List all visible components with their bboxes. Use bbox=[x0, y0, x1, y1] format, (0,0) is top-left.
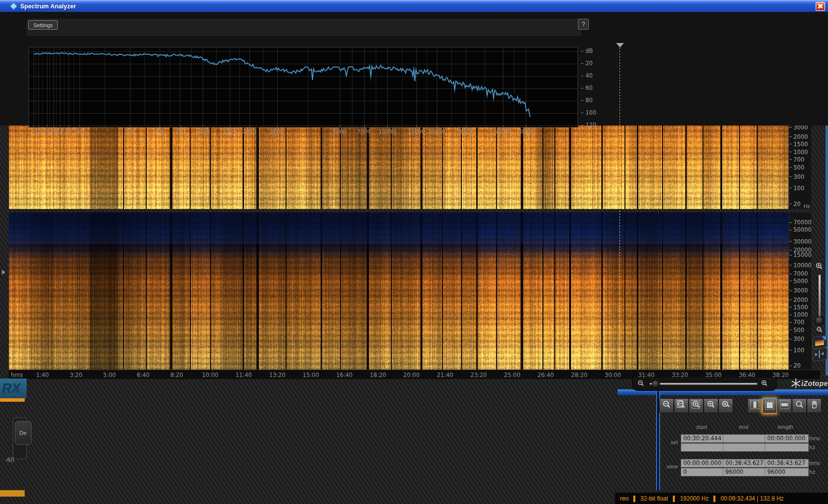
select-time-button[interactable] bbox=[747, 398, 762, 413]
frequency-tick: 1000 bbox=[789, 311, 808, 318]
frequency-tick: 30000 bbox=[789, 238, 812, 245]
sel-end-hms-field[interactable] bbox=[723, 434, 767, 443]
view-end-hz-field[interactable]: 96000 bbox=[723, 468, 767, 476]
column-header-start: start bbox=[696, 424, 707, 430]
status-separator bbox=[713, 496, 715, 502]
zoom-tool-button[interactable] bbox=[792, 398, 807, 413]
spectrum-analyzer-frequency-axis: 5102030507010030050070010001500200030005… bbox=[29, 127, 578, 135]
sa-frequency-tick: 20000 bbox=[428, 128, 445, 135]
frequency-unit-label: Hz bbox=[804, 203, 810, 209]
spectrum-analyzer-body: Settings ? dB20406080100120 510203050701… bbox=[0, 12, 828, 126]
time-tick: 25:00 bbox=[504, 372, 520, 378]
horizontal-zoom-knob[interactable] bbox=[652, 380, 660, 388]
sa-frequency-tick: 1000 bbox=[196, 128, 209, 135]
time-tick: 26:40 bbox=[538, 372, 554, 378]
db-tick: 120 bbox=[581, 122, 596, 128]
spectrum-analyzer-settings-button[interactable]: Settings bbox=[28, 20, 58, 30]
view-length-hms-field[interactable]: 00:38:43.627 bbox=[765, 459, 809, 467]
playhead-line[interactable] bbox=[620, 47, 620, 371]
sa-frequency-tick: 5000 bbox=[332, 128, 346, 135]
sel-start-hms-field[interactable]: 00:30:20.444 bbox=[681, 434, 725, 443]
sel-start-hz-field[interactable] bbox=[681, 443, 725, 452]
view-length-hz-field[interactable]: 96000 bbox=[765, 468, 809, 476]
sel-length-hz-field[interactable] bbox=[765, 443, 809, 452]
spectrum-analyzer-titlebar[interactable]: Spectrum Analyzer bbox=[0, 0, 828, 12]
spectrogram-channel-2[interactable] bbox=[9, 212, 788, 371]
spectrum-analyzer-close-button[interactable] bbox=[816, 2, 825, 11]
denoise-button-fragment[interactable]: De bbox=[15, 421, 32, 445]
frequency-tick: 20 bbox=[789, 201, 801, 208]
horizontal-zoom-slider[interactable] bbox=[632, 378, 777, 391]
rx-logo-accent-bar bbox=[0, 398, 25, 402]
level-label: -60 bbox=[5, 457, 14, 463]
view-start-hms-field[interactable]: 00:00:00.000 bbox=[681, 459, 725, 467]
db-tick: 40 bbox=[581, 72, 593, 79]
time-tick: 18:20 bbox=[370, 372, 386, 378]
zoom-selection-button[interactable] bbox=[689, 398, 704, 413]
status-segment: reo bbox=[620, 495, 628, 502]
time-tick: 13:20 bbox=[269, 372, 286, 378]
zoom-out-page-button[interactable] bbox=[674, 398, 689, 413]
zoom-in-alt-icon bbox=[721, 400, 731, 412]
view-start-hz-field[interactable]: 0 bbox=[681, 468, 725, 476]
view-end-hms-field[interactable]: 00:38:43.627 bbox=[723, 459, 767, 467]
fit-width-icon bbox=[813, 348, 826, 360]
sel-length-hms-field[interactable]: 00:00:00.000 bbox=[765, 434, 809, 443]
select-frequency-button[interactable] bbox=[777, 398, 792, 413]
select-time-icon bbox=[750, 400, 760, 412]
frequency-tick: 10000 bbox=[789, 262, 812, 269]
frequency-tick: 700 bbox=[789, 156, 804, 163]
vertical-zoom-track[interactable] bbox=[819, 275, 821, 320]
status-separator bbox=[673, 496, 675, 502]
frequency-tick: 100 bbox=[789, 347, 804, 354]
select-time-frequency-button[interactable] bbox=[762, 398, 777, 414]
spectrum-analyzer-toolbar bbox=[26, 18, 582, 37]
frequency-tick: 20 bbox=[789, 362, 801, 369]
sa-frequency-tick: 10000 bbox=[378, 128, 396, 135]
time-tick: 20:00 bbox=[403, 372, 419, 378]
spectrum-analyzer-plot[interactable] bbox=[29, 47, 578, 127]
waveform-display-button[interactable] bbox=[813, 347, 827, 362]
frequency-tick: 15000 bbox=[789, 252, 812, 258]
column-header-length: length bbox=[778, 424, 793, 430]
zoom-in-time-icon[interactable] bbox=[760, 379, 768, 389]
sa-frequency-tick: 2000 bbox=[242, 128, 256, 135]
spectrum-analyzer-title: Spectrum Analyzer bbox=[20, 3, 76, 10]
hand-tool-icon bbox=[809, 400, 819, 412]
sel-end-hz-field[interactable] bbox=[723, 443, 767, 452]
zoom-in-button[interactable] bbox=[704, 398, 718, 413]
frequency-tick: 300 bbox=[789, 336, 804, 342]
horizontal-zoom-track[interactable] bbox=[650, 383, 757, 385]
select-time-frequency-icon bbox=[765, 400, 775, 412]
frequency-tick: 700 bbox=[789, 319, 804, 326]
playhead-marker[interactable] bbox=[616, 43, 624, 47]
sa-frequency-tick: 300 bbox=[124, 128, 135, 135]
time-tick: 30:00 bbox=[605, 372, 621, 378]
zoom-out-button[interactable] bbox=[659, 398, 674, 413]
time-tick: 21:40 bbox=[437, 372, 453, 378]
zoom-selection-icon bbox=[691, 400, 701, 412]
zoom-in-frequency-icon[interactable] bbox=[815, 262, 824, 273]
frequency-tick: 1500 bbox=[789, 304, 808, 311]
frequency-tick: 300 bbox=[789, 173, 804, 180]
zoom-out-frequency-icon[interactable] bbox=[816, 326, 823, 336]
zoom-out-icon bbox=[662, 400, 671, 412]
spectrum-analyzer-help-button[interactable]: ? bbox=[578, 19, 589, 30]
db-tick: dB bbox=[581, 47, 593, 54]
vertical-zoom-slider[interactable] bbox=[812, 261, 828, 361]
sa-frequency-tick: 70000 bbox=[517, 128, 534, 135]
time-tick: 15:00 bbox=[303, 372, 319, 378]
hand-tool-button[interactable] bbox=[807, 398, 822, 413]
spectrum-analyzer-window[interactable]: Spectrum Analyzer Settings ? dB204060801… bbox=[0, 0, 593, 126]
vertical-zoom-knob[interactable] bbox=[815, 316, 824, 325]
zoom-in-alt-button[interactable] bbox=[718, 398, 733, 413]
db-tick: 20 bbox=[581, 60, 593, 67]
sa-frequency-tick: 70 bbox=[65, 128, 72, 135]
rx-logo: RX bbox=[0, 378, 27, 398]
sa-frequency-tick: 100 bbox=[74, 128, 84, 135]
status-segment: 192000 Hz bbox=[680, 495, 708, 502]
column-header-end: end bbox=[739, 424, 748, 430]
zoom-tool-icon bbox=[794, 400, 804, 412]
time-tick: 28:20 bbox=[571, 372, 587, 378]
zoom-out-time-icon[interactable] bbox=[637, 379, 645, 389]
